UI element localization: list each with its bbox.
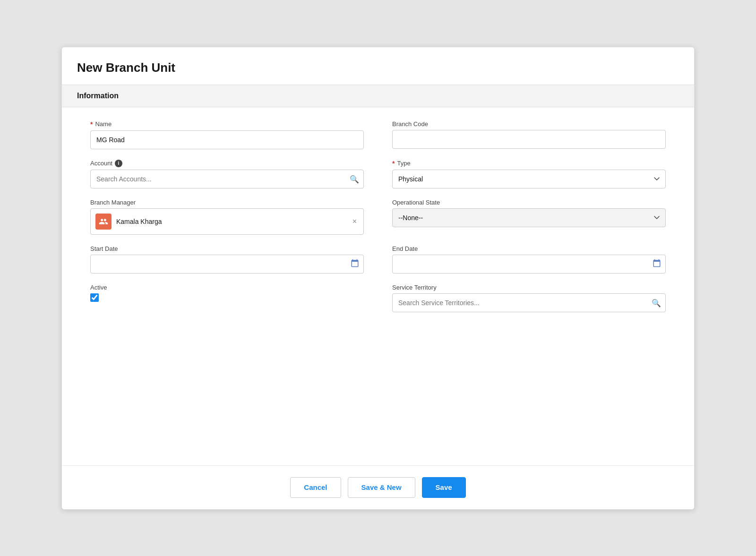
active-field-group: Active	[90, 284, 364, 312]
end-date-label: End Date	[392, 245, 666, 252]
branch-code-label: Branch Code	[392, 120, 666, 128]
branch-code-input[interactable]	[392, 130, 666, 149]
service-territory-label: Service Territory	[392, 284, 666, 291]
account-info-icon[interactable]: i	[115, 160, 122, 167]
name-required-star: *	[90, 120, 93, 128]
name-label: * Name	[90, 120, 364, 128]
start-date-input[interactable]	[90, 255, 364, 274]
service-territory-field-group: Service Territory 🔍	[392, 284, 666, 312]
service-territory-search-wrapper: 🔍	[392, 293, 666, 312]
branch-manager-wrapper: Kamala Kharga ×	[90, 208, 364, 235]
operational-state-select[interactable]: --None-- Active Inactive Closed	[392, 208, 666, 227]
account-field-group: Account i 🔍	[90, 160, 364, 188]
end-date-wrapper	[392, 255, 666, 274]
branch-manager-field-group: Branch Manager Kamala Kharga ×	[90, 199, 364, 235]
modal-container: New Branch Unit Information * Name Branc…	[61, 47, 695, 510]
type-required-star: *	[392, 160, 395, 167]
account-search-input[interactable]	[90, 170, 364, 188]
account-label: Account i	[90, 160, 364, 167]
service-territory-search-input[interactable]	[392, 293, 666, 312]
section-label: Information	[77, 92, 679, 100]
type-field-group: * Type Physical Virtual Mobile	[392, 160, 666, 188]
cancel-button[interactable]: Cancel	[290, 477, 341, 498]
branch-code-field-group: Branch Code	[392, 120, 666, 149]
form-grid: * Name Branch Code Account i	[90, 120, 666, 323]
branch-manager-label: Branch Manager	[90, 199, 364, 206]
start-date-label: Start Date	[90, 245, 364, 252]
save-button[interactable]: Save	[422, 477, 466, 498]
start-date-field-group: Start Date	[90, 245, 364, 274]
manager-clear-icon[interactable]: ×	[351, 215, 359, 228]
start-date-wrapper	[90, 255, 364, 274]
save-new-button[interactable]: Save & New	[348, 477, 415, 498]
active-checkbox-wrapper	[90, 293, 364, 302]
active-checkbox[interactable]	[90, 293, 99, 302]
type-select[interactable]: Physical Virtual Mobile	[392, 170, 666, 188]
name-field-group: * Name	[90, 120, 364, 149]
account-search-wrapper: 🔍	[90, 170, 364, 188]
section-header: Information	[62, 85, 694, 107]
end-date-input[interactable]	[392, 255, 666, 274]
modal-title-area: New Branch Unit	[62, 47, 694, 85]
operational-state-field-group: Operational State --None-- Active Inacti…	[392, 199, 666, 235]
form-body: * Name Branch Code Account i	[62, 107, 694, 465]
name-input[interactable]	[90, 130, 364, 149]
active-label: Active	[90, 284, 364, 291]
end-date-field-group: End Date	[392, 245, 666, 274]
manager-name: Kamala Kharga	[116, 218, 351, 225]
page-title: New Branch Unit	[77, 60, 679, 75]
manager-avatar-icon	[99, 217, 108, 226]
modal-footer: Cancel Save & New Save	[62, 465, 694, 509]
type-label: * Type	[392, 160, 666, 167]
operational-state-label: Operational State	[392, 199, 666, 206]
manager-avatar	[95, 214, 112, 230]
